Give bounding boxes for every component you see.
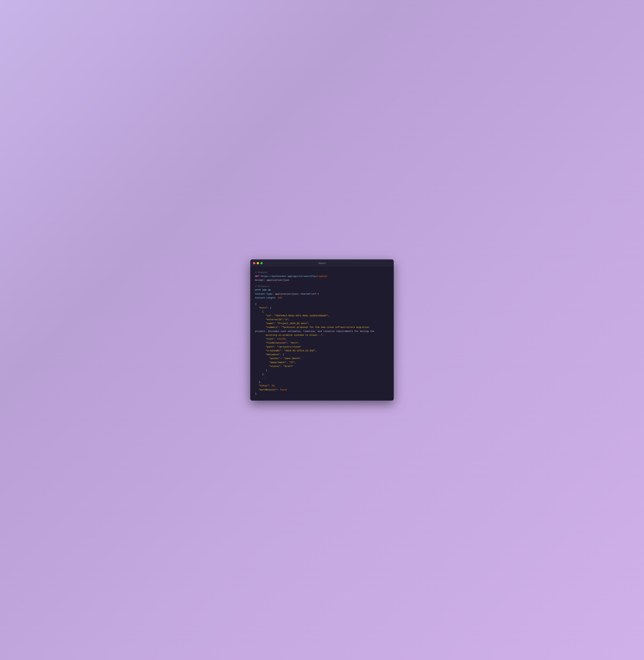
size-val: 131436	[277, 338, 285, 340]
hits-line: "hits": [	[255, 306, 389, 310]
status-val: "draft"	[283, 365, 293, 368]
traffic-lights	[253, 262, 263, 264]
object-open: {	[255, 310, 389, 314]
name-val: "Project_2024_Q1.docx"	[277, 322, 308, 325]
summary-line1: "summary": "Technical proposal for the n…	[255, 326, 389, 329]
summary-line2: project. Includes cost estimates, timeli…	[255, 329, 389, 333]
url-base: https://bytelocker.app/api/v1/search?q	[259, 275, 315, 278]
total-key: "total"	[259, 384, 269, 387]
metadata-close: }	[255, 368, 389, 372]
fileext-key: "fileExtension"	[266, 342, 287, 344]
author-key: "author"	[269, 357, 280, 360]
path-val: "/projects/cloud"	[277, 346, 301, 348]
code-window: Search # Request GET https://bytelocker.…	[250, 259, 394, 401]
more-results-line: "moreResults": false	[255, 388, 389, 392]
http-status: HTTP 200 OK	[255, 288, 389, 292]
ellipsis: ...	[255, 376, 389, 380]
content-type-key: Content-Type	[255, 293, 272, 295]
minimize-button[interactable]	[257, 262, 259, 264]
open-brace: {	[255, 302, 389, 306]
url-param: proposal	[316, 275, 327, 278]
content-type-val: : application/json; charset=utf-	[272, 293, 318, 295]
id-key: "id"	[266, 314, 271, 317]
path-line: "path": "/projects/cloud"	[255, 345, 389, 349]
accept-header: Accept: application/json	[255, 278, 389, 282]
content-length-key: Content-Length	[255, 296, 275, 299]
total-line: "total": 20,	[255, 384, 389, 388]
summary-line3: existing on-premise systems to Cloud..."…	[255, 333, 389, 337]
content-type-line: Content-Type: application/json; charset=…	[255, 292, 389, 296]
get-line: GET https://bytelocker.app/api/v1/search…	[255, 274, 389, 278]
department-key: "department"	[269, 361, 286, 364]
department-line: "department": "IT",	[255, 361, 389, 365]
externalid-line: "externalId":"1",	[255, 318, 389, 322]
fileext-line: "fileExtension": "docx",	[255, 341, 389, 345]
close-button[interactable]	[253, 262, 255, 264]
status-line: "status": "draft"	[255, 365, 389, 368]
content-length-line: Content-Length: 435	[255, 296, 389, 300]
summary-val1: "Technical proposal for the new cloud in…	[281, 326, 369, 329]
name-key: "name"	[266, 322, 274, 325]
window-title: Search	[318, 262, 325, 264]
object-close: },	[255, 372, 389, 376]
response-comment: # Response	[255, 284, 389, 288]
path-key: "path"	[266, 346, 274, 348]
createdat-key: "createdAt"	[266, 349, 281, 352]
hits-close: ],	[255, 380, 389, 384]
id-val: "f8d7e9c2-5b3a-42f1-9d4c-1a2b3c4d5e6f"	[274, 314, 328, 317]
summary-val3: existing on-premise systems to Cloud..."	[266, 334, 322, 336]
size-key: "size"	[266, 338, 274, 340]
hits-key: "hits"	[259, 307, 267, 309]
request-comment: # Request	[255, 271, 389, 274]
code-content: # Request GET https://bytelocker.app/api…	[250, 266, 394, 401]
metadata-key: "metadata"	[266, 353, 280, 356]
externalid-val: "1"	[284, 318, 288, 321]
createdat-val: "2024-03-15T14:22:33Z"	[284, 349, 315, 352]
summary-key: "summary"	[266, 326, 278, 329]
content-length-num: 435	[278, 296, 282, 299]
name-line: "name": "Project_2024_Q1.docx",	[255, 322, 389, 326]
content-length-colon: :	[275, 296, 278, 299]
id-line: "id": "f8d7e9c2-5b3a-42f1-9d4c-1a2b3c4d5…	[255, 314, 389, 318]
metadata-line: "metadata": {	[255, 353, 389, 357]
fileext-val: "docx"	[290, 342, 298, 344]
total-val: 20	[271, 384, 274, 387]
get-method: GET	[255, 275, 259, 278]
author-val: "Jane Smith"	[283, 357, 300, 360]
titlebar: Search	[250, 259, 394, 266]
status-key: "status"	[269, 365, 280, 368]
maximize-button[interactable]	[260, 262, 263, 264]
department-val: "IT"	[289, 361, 295, 364]
author-line: "author": "Jane Smith",	[255, 357, 389, 360]
close-brace: }	[255, 392, 389, 396]
createdat-line: "createdAt": "2024-03-15T14:22:33Z",	[255, 349, 389, 353]
size-line: "size": 131436,	[255, 337, 389, 341]
content-type-num: 8	[318, 293, 319, 295]
externalid-key: "externalId"	[266, 318, 283, 321]
more-results-val: false	[280, 389, 287, 391]
more-results-key: "moreResults"	[259, 389, 277, 391]
